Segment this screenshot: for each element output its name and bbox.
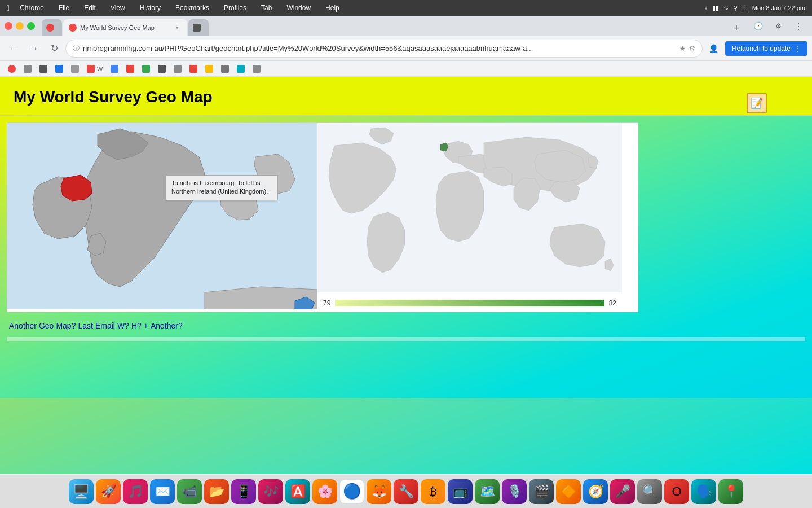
forward-button[interactable]: → [25,40,43,58]
menu-view[interactable]: View [106,3,130,13]
bookmark-1[interactable] [5,63,19,75]
dock-tv[interactable]: 📺 [448,479,473,504]
bookmark-5[interactable] [68,63,82,75]
dock-siri[interactable]: 🗣️ [691,479,716,504]
dock-vlc[interactable]: 🔶 [556,479,581,504]
menu-file[interactable]: File [54,3,74,13]
map-tooltip: To right is Luxembourg. To left is North… [165,175,278,200]
dock-mail[interactable]: ✉️ [150,479,175,504]
menu-profiles[interactable]: Profiles [219,3,251,13]
bookmark-9[interactable] [139,63,153,75]
notification-icon[interactable]: ☰ [742,5,748,12]
bookmark-3[interactable] [36,63,51,75]
apple-menu[interactable]:  [7,3,10,12]
bluetooth-icon: ⌖ [704,5,708,12]
bookmark-14[interactable] [218,63,232,75]
os-menu-bar:  Chrome File Edit View History Bookmark… [0,0,812,16]
maximize-window-button[interactable] [27,22,35,30]
bookmark-16[interactable] [249,63,264,75]
dock-facetime[interactable]: 📹 [177,479,202,504]
minimize-window-button[interactable] [16,22,24,30]
url-text: rjmprogramming.com.au/PHP/GeoChart/geoch… [83,44,676,52]
dock-bezel[interactable]: 📱 [231,479,256,504]
chrome-menu-button[interactable]: ⋮ [789,17,807,35]
dock-podcast[interactable]: 🎙️ [502,479,527,504]
dock-safari[interactable]: 🧭 [583,479,608,504]
relaunch-button[interactable]: Relaunch to update ⋮ [725,41,807,56]
dock-apple-maps[interactable]: 📍 [718,479,743,504]
wifi-icon: ∿ [723,5,729,12]
menu-bookmarks[interactable]: Bookmarks [171,3,214,13]
bookmark-7[interactable] [107,63,122,75]
note-icon: 📝 [747,93,767,113]
dock-photos[interactable]: 🌸 [312,479,337,504]
bookmark-4[interactable] [52,63,67,75]
battery-icon: ▮▮ [712,5,719,12]
bookmark-12[interactable] [186,63,201,75]
extensions-button[interactable]: ⚙ [769,17,787,35]
dock-opera[interactable]: O [664,479,689,504]
map-left[interactable]: To right is Luxembourg. To left is North… [7,123,317,309]
tab-inactive-1[interactable] [42,19,62,36]
another-geo-link[interactable]: Another Geo [9,321,54,330]
extensions-puzzle-icon[interactable]: ⚙ [689,45,695,52]
title-bar: My World Survey Geo Map × + 🕐 ⚙ ⋮ [0,16,812,36]
dock-microphone[interactable]: 🎤 [610,479,635,504]
toolbar: ← → ↻ ⓘ rjmprogramming.com.au/PHP/GeoCha… [0,36,812,61]
bookmark-2[interactable] [20,63,35,75]
bookmark-8[interactable] [123,63,138,75]
tab-active[interactable]: My World Survey Geo Map × [63,19,187,36]
new-tab-button[interactable]: + [729,20,744,36]
dock-maps[interactable]: 🗺️ [475,479,500,504]
dock-bitcoin[interactable]: ₿ [421,479,445,504]
bookmark-13[interactable] [202,63,217,75]
menu-tab[interactable]: Tab [257,3,276,13]
bookmark-11[interactable] [170,63,185,75]
map-right[interactable]: 79 82 [317,123,622,312]
maps-container: To right is Luxembourg. To left is North… [7,122,638,312]
dock-appstore[interactable]: 🅰️ [285,479,310,504]
menu-edit[interactable]: Edit [80,3,100,13]
tab-inactive-2[interactable] [188,19,209,36]
bookmark-star-icon[interactable]: ★ [679,45,686,52]
world-map-container [317,123,622,295]
dock-search[interactable]: 🔍 [637,479,662,504]
os-bar-left:  Chrome File Edit View History Bookmark… [7,3,344,13]
tab-title: My World Survey Geo Map [80,24,169,31]
dock-video[interactable]: 🎬 [529,479,554,504]
menu-help[interactable]: Help [321,3,344,13]
user-button[interactable]: 👤 [705,40,723,58]
reload-button[interactable]: ↻ [45,40,63,58]
close-window-button[interactable] [5,22,12,30]
map-link[interactable]: Map? [56,321,76,330]
menu-history[interactable]: History [135,3,165,13]
bookmark-15[interactable] [233,63,248,75]
w-link[interactable]: W? [117,321,129,330]
dock-firefox[interactable]: 🦊 [367,479,391,504]
tabs-row: My World Survey Geo Map × + [42,16,744,36]
security-icon: ⓘ [73,43,80,53]
menu-window[interactable]: Window [282,3,315,13]
search-icon[interactable]: ⚲ [733,5,738,12]
links-row: Another Geo Map? Last Email W? H? + Anot… [7,317,805,335]
history-button[interactable]: 🕐 [749,17,767,35]
last-link[interactable]: Last [78,321,92,330]
bookmark-6[interactable]: W [83,63,106,75]
dock-filezilla2[interactable]: 🔧 [394,479,418,504]
tab-close-button[interactable]: × [173,23,182,32]
dock-itunes[interactable]: 🎶 [258,479,283,504]
dock-music[interactable]: 🎵 [123,479,148,504]
dock-filezilla[interactable]: 📂 [204,479,229,504]
bookmark-label: W [97,65,103,72]
another-link[interactable]: Another? [151,321,183,330]
h-link[interactable]: H? [131,321,142,330]
menu-chrome[interactable]: Chrome [15,3,48,13]
dock-chrome[interactable]: 🔵 [339,479,364,504]
colorbar-track [335,300,604,306]
address-bar[interactable]: ⓘ rjmprogramming.com.au/PHP/GeoChart/geo… [65,40,703,58]
dock-finder[interactable]: 🖥️ [69,479,94,504]
dock-launchpad[interactable]: 🚀 [96,479,121,504]
email-link[interactable]: Email [95,321,115,330]
back-button[interactable]: ← [5,40,23,58]
bookmark-10[interactable] [155,63,169,75]
